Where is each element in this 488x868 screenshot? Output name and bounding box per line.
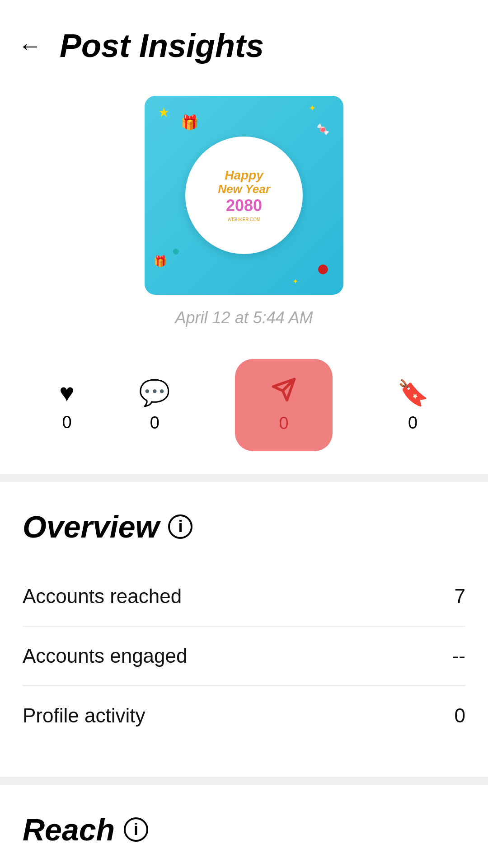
profile-activity-row[interactable]: Profile activity 0 [23, 686, 465, 745]
dec-gift-green: 🎁 [154, 255, 167, 268]
share-icon [271, 377, 296, 408]
overview-header: Overview i [23, 509, 465, 544]
reach-info-icon[interactable]: i [124, 817, 148, 842]
reach-header: Reach i [23, 812, 465, 847]
ny-newyear-text: New Year [218, 183, 270, 196]
comment-icon: 💬 [139, 378, 170, 408]
accounts-engaged-value: -- [452, 645, 465, 667]
accounts-reached-row[interactable]: Accounts reached 7 [23, 567, 465, 627]
dec-ball-teal: ● [172, 243, 180, 259]
comment-action[interactable]: 💬 0 [139, 378, 170, 433]
post-image-container: ★ ✦ 🎁 🎁 🍬 ● ● ✦ Happy New Year 2080 WISH… [0, 78, 488, 341]
accounts-engaged-label: Accounts engaged [23, 645, 188, 667]
save-count: 0 [408, 413, 418, 433]
profile-activity-label: Profile activity [23, 704, 145, 727]
share-count: 0 [279, 414, 288, 433]
overview-info-icon[interactable]: i [168, 514, 192, 539]
dec-star-small: ✦ [292, 277, 298, 286]
post-timestamp: April 12 at 5:44 AM [175, 308, 313, 327]
save-action[interactable]: 🔖 0 [397, 378, 429, 433]
back-button[interactable]: ← [18, 34, 42, 57]
ny-watermark: WISHKER.COM [228, 217, 261, 222]
page-title: Post Insights [60, 27, 264, 64]
post-image[interactable]: ★ ✦ 🎁 🎁 🍬 ● ● ✦ Happy New Year 2080 WISH… [145, 96, 343, 295]
accounts-engaged-row[interactable]: Accounts engaged -- [23, 627, 465, 686]
like-action[interactable]: ♥ 0 [59, 378, 74, 432]
ny-card: ★ ✦ 🎁 🎁 🍬 ● ● ✦ Happy New Year 2080 WISH… [145, 96, 343, 295]
like-count: 0 [62, 413, 71, 432]
share-action[interactable]: 0 [235, 359, 333, 451]
action-bar: ♥ 0 💬 0 0 🔖 0 [0, 350, 488, 460]
ny-circle: Happy New Year 2080 WISHKER.COM [185, 137, 303, 254]
overview-section: Overview i Accounts reached 7 Accounts e… [0, 482, 488, 763]
dec-star-1: ★ [158, 105, 169, 120]
dec-candy: 🍬 [316, 123, 330, 136]
section-divider-1 [0, 474, 488, 482]
section-divider-2 [0, 777, 488, 785]
dec-ball-red: ● [316, 255, 330, 281]
bookmark-icon: 🔖 [397, 378, 429, 408]
header: ← Post Insights [0, 0, 488, 78]
heart-icon: ♥ [59, 378, 74, 407]
overview-title: Overview [23, 509, 159, 544]
profile-activity-value: 0 [455, 704, 465, 727]
ny-happy-text: Happy [225, 169, 263, 183]
accounts-reached-label: Accounts reached [23, 585, 182, 608]
dec-gift-red: 🎁 [181, 114, 199, 131]
reach-title: Reach [23, 812, 115, 847]
ny-year-text: 2080 [226, 196, 262, 215]
dec-star-2: ✦ [309, 103, 316, 113]
comment-count: 0 [150, 413, 160, 433]
reach-section: Reach i 7 Accounts reached [0, 785, 488, 868]
accounts-reached-value: 7 [455, 585, 465, 608]
